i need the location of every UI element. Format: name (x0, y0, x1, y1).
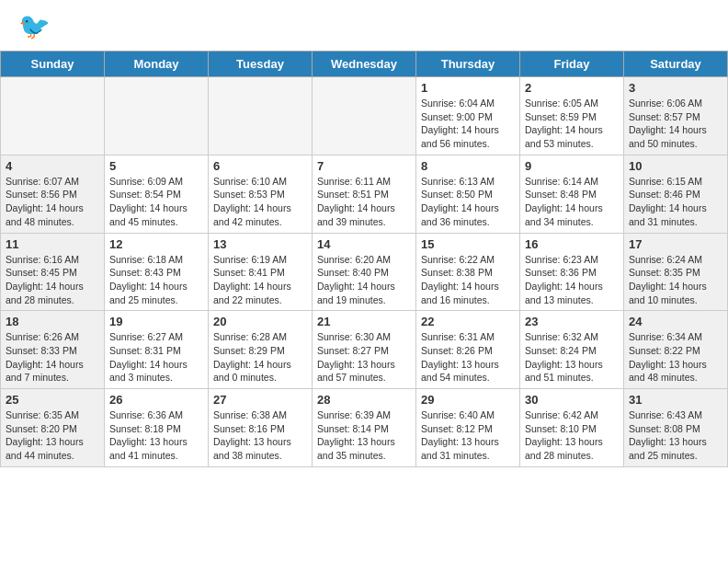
svg-text:🐦: 🐦 (18, 11, 51, 41)
calendar-table: SundayMondayTuesdayWednesdayThursdayFrid… (0, 51, 728, 467)
calendar-cell: 20Sunrise: 6:28 AM Sunset: 8:29 PM Dayli… (209, 311, 313, 389)
day-number: 6 (213, 159, 307, 173)
day-number: 17 (629, 237, 722, 251)
calendar-cell (105, 77, 209, 155)
day-number: 9 (525, 159, 619, 173)
day-number: 20 (213, 315, 307, 328)
day-info: Sunrise: 6:30 AM Sunset: 8:27 PM Dayligh… (317, 330, 411, 385)
day-number: 15 (421, 237, 515, 251)
day-number: 8 (421, 159, 515, 173)
calendar-cell: 26Sunrise: 6:36 AM Sunset: 8:18 PM Dayli… (105, 389, 209, 467)
day-info: Sunrise: 6:20 AM Sunset: 8:40 PM Dayligh… (317, 253, 411, 307)
day-number: 24 (629, 315, 722, 328)
calendar-cell: 15Sunrise: 6:22 AM Sunset: 8:38 PM Dayli… (416, 233, 520, 311)
weekday-header-friday: Friday (520, 52, 624, 77)
calendar-cell: 18Sunrise: 6:26 AM Sunset: 8:33 PM Dayli… (1, 311, 105, 389)
calendar-row-4: 25Sunrise: 6:35 AM Sunset: 8:20 PM Dayli… (1, 389, 728, 467)
day-number: 1 (421, 81, 515, 95)
weekday-header-row: SundayMondayTuesdayWednesdayThursdayFrid… (1, 52, 728, 77)
calendar-cell: 22Sunrise: 6:31 AM Sunset: 8:26 PM Dayli… (416, 311, 520, 389)
calendar-cell: 23Sunrise: 6:32 AM Sunset: 8:24 PM Dayli… (520, 311, 624, 389)
calendar-cell: 4Sunrise: 6:07 AM Sunset: 8:56 PM Daylig… (1, 155, 105, 233)
day-info: Sunrise: 6:40 AM Sunset: 8:12 PM Dayligh… (421, 408, 515, 463)
day-info: Sunrise: 6:42 AM Sunset: 8:10 PM Dayligh… (525, 408, 619, 463)
calendar-cell: 28Sunrise: 6:39 AM Sunset: 8:14 PM Dayli… (313, 389, 416, 467)
logo: 🐦 (18, 9, 55, 46)
calendar-cell (1, 77, 105, 155)
day-number: 21 (317, 315, 411, 328)
day-info: Sunrise: 6:32 AM Sunset: 8:24 PM Dayligh… (525, 330, 619, 385)
day-info: Sunrise: 6:43 AM Sunset: 8:08 PM Dayligh… (629, 408, 722, 463)
calendar-cell: 14Sunrise: 6:20 AM Sunset: 8:40 PM Dayli… (313, 233, 416, 311)
day-info: Sunrise: 6:28 AM Sunset: 8:29 PM Dayligh… (213, 330, 307, 385)
day-info: Sunrise: 6:18 AM Sunset: 8:43 PM Dayligh… (109, 253, 203, 307)
calendar-cell: 11Sunrise: 6:16 AM Sunset: 8:45 PM Dayli… (1, 233, 105, 311)
day-info: Sunrise: 6:04 AM Sunset: 9:00 PM Dayligh… (421, 97, 515, 151)
day-number: 25 (6, 393, 99, 407)
day-number: 29 (421, 393, 515, 407)
day-info: Sunrise: 6:14 AM Sunset: 8:48 PM Dayligh… (525, 175, 619, 229)
calendar-cell: 1Sunrise: 6:04 AM Sunset: 9:00 PM Daylig… (416, 77, 520, 155)
day-number: 12 (109, 237, 203, 251)
day-number: 26 (109, 393, 203, 407)
calendar-cell: 21Sunrise: 6:30 AM Sunset: 8:27 PM Dayli… (313, 311, 416, 389)
calendar-row-3: 18Sunrise: 6:26 AM Sunset: 8:33 PM Dayli… (1, 311, 728, 389)
logo-icon: 🐦 (18, 9, 51, 46)
weekday-header-sunday: Sunday (1, 52, 105, 77)
day-number: 18 (6, 315, 99, 328)
day-info: Sunrise: 6:38 AM Sunset: 8:16 PM Dayligh… (213, 408, 307, 463)
calendar-cell: 5Sunrise: 6:09 AM Sunset: 8:54 PM Daylig… (105, 155, 209, 233)
weekday-header-thursday: Thursday (416, 52, 520, 77)
day-number: 27 (213, 393, 307, 407)
calendar-cell: 16Sunrise: 6:23 AM Sunset: 8:36 PM Dayli… (520, 233, 624, 311)
day-number: 30 (525, 393, 619, 407)
day-info: Sunrise: 6:23 AM Sunset: 8:36 PM Dayligh… (525, 253, 619, 307)
day-info: Sunrise: 6:27 AM Sunset: 8:31 PM Dayligh… (109, 330, 203, 385)
day-info: Sunrise: 6:35 AM Sunset: 8:20 PM Dayligh… (6, 408, 99, 463)
calendar-cell (313, 77, 416, 155)
day-info: Sunrise: 6:19 AM Sunset: 8:41 PM Dayligh… (213, 253, 307, 307)
day-info: Sunrise: 6:09 AM Sunset: 8:54 PM Dayligh… (109, 175, 203, 229)
calendar-cell: 19Sunrise: 6:27 AM Sunset: 8:31 PM Dayli… (105, 311, 209, 389)
calendar-cell: 24Sunrise: 6:34 AM Sunset: 8:22 PM Dayli… (624, 311, 728, 389)
calendar-cell: 29Sunrise: 6:40 AM Sunset: 8:12 PM Dayli… (416, 389, 520, 467)
day-info: Sunrise: 6:22 AM Sunset: 8:38 PM Dayligh… (421, 253, 515, 307)
day-number: 19 (109, 315, 203, 328)
calendar-cell: 31Sunrise: 6:43 AM Sunset: 8:08 PM Dayli… (624, 389, 728, 467)
calendar-row-2: 11Sunrise: 6:16 AM Sunset: 8:45 PM Dayli… (1, 233, 728, 311)
calendar-cell: 7Sunrise: 6:11 AM Sunset: 8:51 PM Daylig… (313, 155, 416, 233)
day-info: Sunrise: 6:10 AM Sunset: 8:53 PM Dayligh… (213, 175, 307, 229)
day-number: 16 (525, 237, 619, 251)
day-info: Sunrise: 6:34 AM Sunset: 8:22 PM Dayligh… (629, 330, 722, 385)
weekday-header-tuesday: Tuesday (209, 52, 313, 77)
day-number: 14 (317, 237, 411, 251)
calendar-cell: 10Sunrise: 6:15 AM Sunset: 8:46 PM Dayli… (624, 155, 728, 233)
day-number: 3 (629, 81, 722, 95)
day-info: Sunrise: 6:31 AM Sunset: 8:26 PM Dayligh… (421, 330, 515, 385)
day-number: 4 (6, 159, 99, 173)
weekday-header-saturday: Saturday (624, 52, 728, 77)
day-info: Sunrise: 6:11 AM Sunset: 8:51 PM Dayligh… (317, 175, 411, 229)
day-number: 10 (629, 159, 722, 173)
calendar-cell: 27Sunrise: 6:38 AM Sunset: 8:16 PM Dayli… (209, 389, 313, 467)
day-number: 28 (317, 393, 411, 407)
day-info: Sunrise: 6:15 AM Sunset: 8:46 PM Dayligh… (629, 175, 722, 229)
calendar-cell: 3Sunrise: 6:06 AM Sunset: 8:57 PM Daylig… (624, 77, 728, 155)
calendar-row-0: 1Sunrise: 6:04 AM Sunset: 9:00 PM Daylig… (1, 77, 728, 155)
day-info: Sunrise: 6:06 AM Sunset: 8:57 PM Dayligh… (629, 97, 722, 151)
weekday-header-monday: Monday (105, 52, 209, 77)
day-number: 2 (525, 81, 619, 95)
day-number: 7 (317, 159, 411, 173)
day-info: Sunrise: 6:07 AM Sunset: 8:56 PM Dayligh… (6, 175, 99, 229)
day-info: Sunrise: 6:24 AM Sunset: 8:35 PM Dayligh… (629, 253, 722, 307)
calendar-cell (209, 77, 313, 155)
calendar-cell: 6Sunrise: 6:10 AM Sunset: 8:53 PM Daylig… (209, 155, 313, 233)
day-number: 5 (109, 159, 203, 173)
calendar-cell: 17Sunrise: 6:24 AM Sunset: 8:35 PM Dayli… (624, 233, 728, 311)
calendar-cell: 2Sunrise: 6:05 AM Sunset: 8:59 PM Daylig… (520, 77, 624, 155)
calendar-cell: 12Sunrise: 6:18 AM Sunset: 8:43 PM Dayli… (105, 233, 209, 311)
calendar-cell: 13Sunrise: 6:19 AM Sunset: 8:41 PM Dayli… (209, 233, 313, 311)
day-info: Sunrise: 6:26 AM Sunset: 8:33 PM Dayligh… (6, 330, 99, 385)
calendar-row-1: 4Sunrise: 6:07 AM Sunset: 8:56 PM Daylig… (1, 155, 728, 233)
header: 🐦 (0, 0, 728, 51)
